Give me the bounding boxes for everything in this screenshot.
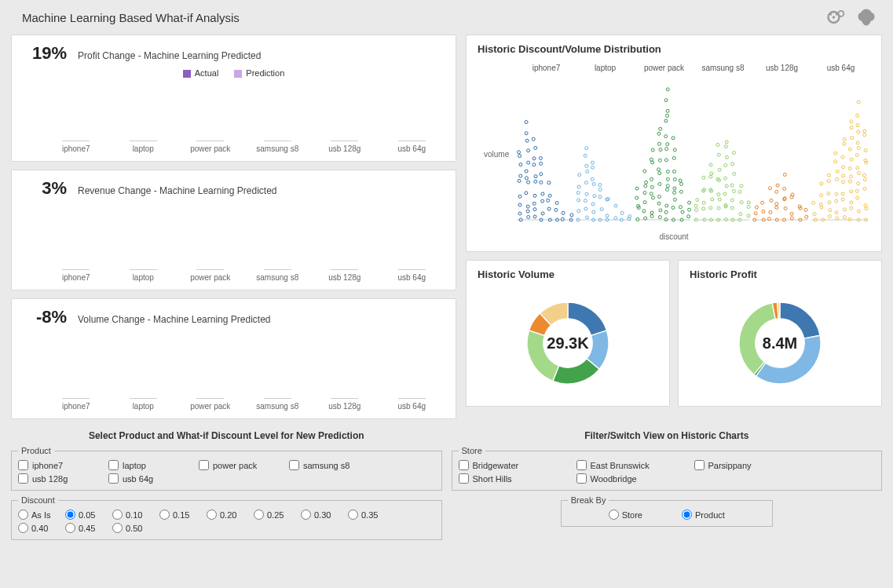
bar-category-label: samsung s8 [256,402,298,411]
svg-point-19 [526,210,529,213]
svg-point-25 [527,161,530,164]
discount-radio-0.35[interactable]: 0.35 [348,509,395,520]
svg-point-122 [651,148,654,152]
product-checkbox[interactable] [108,473,119,484]
store-check-East-Brunswick[interactable]: East Brunswick [576,460,694,470]
volume-kpi-label: Volume Change - Machine Learning Predict… [78,314,270,325]
bar-category-label: power pack [190,402,230,411]
discount-radio-input[interactable] [254,509,264,520]
svg-text:iphone7: iphone7 [533,64,561,72]
store-checkbox[interactable] [459,473,469,484]
volume-barchart: iphone7laptoppower packsamsung s8usb 128… [23,332,445,411]
discount-radio-input[interactable] [112,509,123,520]
breakby-radio-label: Product [695,510,725,520]
svg-point-133 [657,132,661,135]
analysis-gear-icon[interactable] [825,6,847,28]
svg-point-15 [519,163,522,166]
breakby-fieldset: Break By StoreProduct [561,495,773,527]
discount-radio-0.30[interactable]: 0.30 [301,509,348,520]
historic-volume-card: Historic Volume 29.3K [466,260,670,407]
svg-point-67 [578,173,581,177]
product-checkbox[interactable] [199,460,209,470]
revenue-kpi-value: 3% [23,178,67,199]
svg-point-141 [666,170,669,173]
store-check-Bridgewater[interactable]: Bridgewater [459,460,576,470]
product-checkbox[interactable] [18,473,28,484]
discount-radio-input[interactable] [159,509,170,520]
svg-point-256 [804,208,807,211]
discount-radio-0.25[interactable]: 0.25 [254,509,301,520]
svg-point-126 [657,195,661,199]
svg-point-50 [547,199,550,202]
store-check-Woodbridge[interactable]: Woodbridge [576,473,694,484]
store-checkbox[interactable] [459,460,469,470]
product-check-usb-128g[interactable]: usb 128g [18,473,108,484]
discount-radio-0.40[interactable]: 0.40 [18,523,65,533]
store-checkbox[interactable] [576,460,587,470]
discount-legend: Discount [18,495,58,505]
discount-radio-0.15[interactable]: 0.15 [159,509,207,520]
product-checkbox[interactable] [289,460,299,470]
discount-radio-0.45[interactable]: 0.45 [65,523,112,533]
product-check-samsung-s8[interactable]: samsung s8 [289,460,379,470]
svg-point-255 [805,215,808,218]
svg-point-137 [665,204,668,207]
store-checkbox[interactable] [576,473,587,484]
discount-radio-0.10[interactable]: 0.10 [112,509,159,520]
svg-point-231 [762,210,765,213]
svg-point-159 [673,148,676,152]
product-check-label: laptop [123,461,146,470]
discount-radio-input[interactable] [348,509,358,520]
svg-point-193 [717,193,720,196]
svg-point-239 [775,203,778,206]
svg-point-11 [518,203,522,206]
svg-point-113 [643,170,646,173]
svg-point-261 [812,201,815,204]
svg-point-129 [657,168,661,171]
svg-point-156 [673,177,676,181]
product-check-label: iphone7 [32,461,63,470]
breakby-radio-input[interactable] [609,509,619,520]
svg-point-24 [525,170,528,173]
discount-radio-input[interactable] [18,509,28,520]
svg-point-41 [541,212,544,215]
brain-icon[interactable] [855,6,877,28]
discount-radio-0.05[interactable]: 0.05 [65,509,112,520]
svg-point-18 [527,215,530,218]
header-icons [825,6,877,28]
product-checkbox[interactable] [108,460,119,470]
svg-point-71 [585,192,588,195]
store-checkbox[interactable] [694,460,705,470]
product-check-label: usb 64g [123,474,153,484]
svg-point-228 [754,212,757,215]
discount-radio-0.20[interactable]: 0.20 [207,509,254,520]
product-check-usb-64g[interactable]: usb 64g [108,473,199,484]
svg-point-26 [527,149,530,152]
store-check-Parsippany[interactable]: Parsippany [694,460,812,470]
svg-point-168 [688,208,691,211]
discount-radio-As-Is[interactable]: As Is [18,509,65,520]
breakby-radio-input[interactable] [682,509,692,520]
discount-radio-input[interactable] [301,509,311,520]
discount-radio-input[interactable] [18,523,28,533]
discount-radio-input[interactable] [207,509,217,520]
product-check-iphone7[interactable]: iphone7 [18,460,108,470]
svg-point-110 [643,192,646,195]
discount-radio-input[interactable] [65,523,75,533]
discount-radio-input[interactable] [65,509,75,520]
product-checkbox[interactable] [18,460,28,470]
svg-point-316 [857,100,860,104]
breakby-radio-store[interactable]: Store [609,509,642,520]
bar-category-label: laptop [133,144,154,153]
svg-point-294 [850,190,853,193]
svg-point-97 [620,211,624,214]
breakby-radio-product[interactable]: Product [682,509,725,520]
discount-radio-0.50[interactable]: 0.50 [112,523,159,533]
discount-radio-input[interactable] [112,523,123,533]
product-check-laptop[interactable]: laptop [108,460,199,470]
product-check-power-pack[interactable]: power pack [199,460,289,470]
svg-point-206 [725,155,728,159]
store-check-Short-Hills[interactable]: Short Hills [459,473,576,484]
svg-point-158 [672,156,675,159]
svg-point-304 [857,210,860,213]
